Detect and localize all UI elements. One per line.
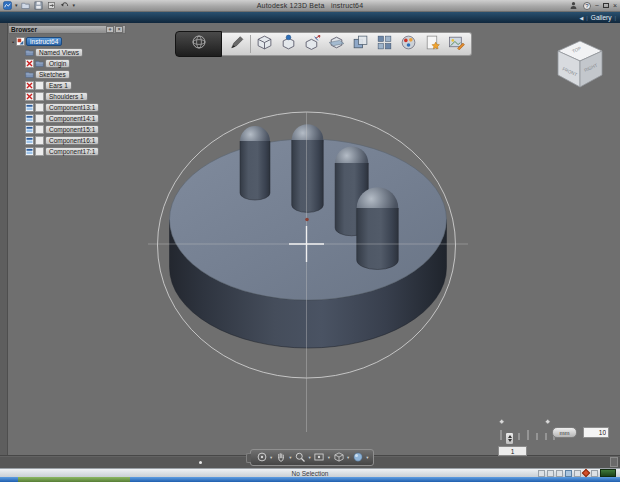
orbit-caret-icon[interactable]: ▾ <box>270 455 272 460</box>
primitives-icon <box>256 34 273 55</box>
pan-caret-icon[interactable]: ▾ <box>289 455 291 460</box>
snap-value-box[interactable]: 1 <box>498 446 527 456</box>
tray-corner-widget[interactable] <box>610 457 618 467</box>
sign-in-icon[interactable] <box>569 1 579 11</box>
gallery-collapse-icon[interactable]: ◀ <box>579 15 583 21</box>
ribbon-separator: | <box>586 15 588 21</box>
tree-item[interactable]: Component13:1 <box>8 102 126 113</box>
tree-item[interactable]: Ears 1 <box>8 80 126 91</box>
export-icon[interactable] <box>47 1 57 11</box>
gallery-button[interactable]: Gallery <box>591 14 612 21</box>
look-at-button[interactable] <box>313 451 326 464</box>
display-style-caret-icon[interactable]: ▾ <box>366 455 368 460</box>
help-icon[interactable]: ? <box>583 2 591 10</box>
redo-caret-icon[interactable]: ▾ <box>73 3 76 8</box>
tree-item-label[interactable]: instruct64 <box>26 37 62 46</box>
status-square-icon[interactable] <box>556 470 563 477</box>
status-square-icon[interactable] <box>591 470 598 477</box>
comp-icon[interactable] <box>25 147 34 156</box>
status-square-icon[interactable] <box>547 470 554 477</box>
primitives-button[interactable] <box>254 34 275 54</box>
tree-item[interactable]: Sketches <box>8 69 126 80</box>
spin-up-icon[interactable] <box>508 435 512 438</box>
save-icon[interactable] <box>34 1 44 11</box>
undo-icon[interactable] <box>60 1 70 11</box>
status-square-icon[interactable] <box>574 470 581 477</box>
image-edit-button[interactable] <box>446 34 467 54</box>
box-icon <box>35 125 44 134</box>
scrollbar-thumb[interactable] <box>199 461 202 464</box>
ruler-marker-icon[interactable] <box>499 419 504 424</box>
spin-down-icon[interactable] <box>508 439 512 442</box>
tree-item-label[interactable]: Sketches <box>35 70 70 79</box>
origin-point[interactable] <box>305 218 309 222</box>
pattern-button[interactable] <box>374 34 395 54</box>
tree-item[interactable]: Shoulders 1 <box>8 91 126 102</box>
tree-item[interactable]: •instruct64 <box>8 36 126 47</box>
model-peg-2[interactable] <box>292 124 324 212</box>
tree-item-label[interactable]: Origin <box>45 59 70 68</box>
combine-button[interactable] <box>350 34 371 54</box>
material-button[interactable] <box>398 34 419 54</box>
tree-item[interactable]: Component14:1 <box>8 113 126 124</box>
view-cube-caret-icon[interactable]: ▾ <box>347 455 349 460</box>
insert-button[interactable] <box>422 34 443 54</box>
tree-item-label[interactable]: Shoulders 1 <box>45 92 88 101</box>
tree-item-label[interactable]: Component17:1 <box>45 147 99 156</box>
tree-item-label[interactable]: Component16:1 <box>45 136 99 145</box>
status-square-icon[interactable] <box>538 470 545 477</box>
tree-item[interactable]: Component16:1 <box>8 135 126 146</box>
model-peg-1[interactable] <box>240 126 270 200</box>
tree-item-label[interactable]: Component14:1 <box>45 114 99 123</box>
restore-button[interactable] <box>603 3 609 8</box>
orbit-button[interactable] <box>255 451 268 464</box>
tree-bullet-icon[interactable]: • <box>12 39 14 45</box>
tree-item-label[interactable]: Ears 1 <box>45 81 72 90</box>
browser-panel-rail <box>0 23 8 468</box>
status-alert-icon[interactable] <box>582 469 590 477</box>
app-logo-icon[interactable] <box>2 1 12 11</box>
status-indicator-icon[interactable] <box>600 469 616 477</box>
tree-item-label[interactable]: Named Views <box>35 48 83 57</box>
move-button[interactable] <box>302 34 323 54</box>
display-style-button[interactable] <box>351 451 364 464</box>
view-cube[interactable]: TOP FRONT RIGHT <box>552 35 608 95</box>
status-blue-icon[interactable] <box>565 470 572 477</box>
close-button[interactable]: × <box>613 2 617 9</box>
tree-item-label[interactable]: Component13:1 <box>45 103 99 112</box>
split-button[interactable] <box>326 34 347 54</box>
view-cube-button[interactable] <box>332 451 345 464</box>
sketch-button[interactable] <box>226 34 247 54</box>
minimize-button[interactable]: − <box>595 2 599 9</box>
pan-button[interactable] <box>274 451 287 464</box>
look-at-caret-icon[interactable]: ▾ <box>328 455 330 460</box>
red-x-icon[interactable] <box>25 59 34 68</box>
navbar-handle[interactable] <box>246 453 251 463</box>
display-style-icon <box>352 449 364 467</box>
tree-item[interactable]: Named Views <box>8 47 126 58</box>
close-panel-icon[interactable]: × <box>115 26 123 33</box>
tree-item[interactable]: Component17:1 <box>8 146 126 157</box>
pin-icon[interactable]: ⌖ <box>106 26 114 33</box>
comp-icon[interactable] <box>25 125 34 134</box>
tree-item[interactable]: Origin <box>8 58 126 69</box>
red-x-icon[interactable] <box>25 92 34 101</box>
tree-item[interactable]: Component15:1 <box>8 124 126 135</box>
comp-icon[interactable] <box>25 103 34 112</box>
app-menu-caret-icon[interactable]: ▾ <box>15 3 18 8</box>
tree-item-label[interactable]: Component15:1 <box>45 125 99 134</box>
red-x-icon[interactable] <box>25 81 34 90</box>
unit-button[interactable]: mm <box>552 427 577 438</box>
model-peg-4[interactable] <box>357 187 399 269</box>
snap-slider-handle[interactable] <box>505 432 514 445</box>
grid-size-input[interactable] <box>583 427 609 438</box>
zoom-caret-icon[interactable]: ▾ <box>309 455 311 460</box>
comp-icon[interactable] <box>25 114 34 123</box>
zoom-button[interactable] <box>294 451 307 464</box>
comp-icon[interactable] <box>25 136 34 145</box>
browser-header[interactable]: Browser ⌖ × <box>8 25 126 34</box>
open-icon[interactable] <box>21 1 31 11</box>
ruler-marker-icon[interactable] <box>545 419 550 424</box>
press-pull-button[interactable] <box>278 34 299 54</box>
main-menu-button[interactable] <box>175 31 222 57</box>
